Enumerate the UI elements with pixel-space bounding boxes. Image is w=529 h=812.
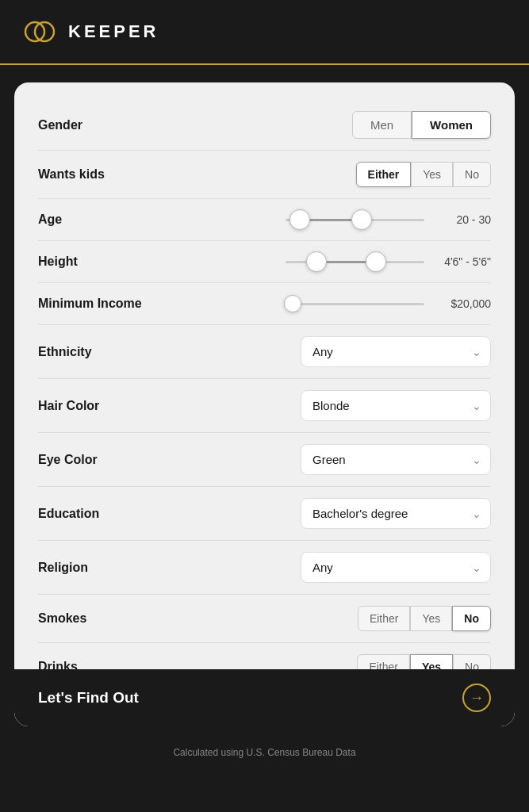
wants-kids-yes-button[interactable]: Yes <box>411 162 453 187</box>
hair-color-label: Hair Color <box>38 399 149 413</box>
bottom-bar: Let's Find Out → <box>14 669 515 726</box>
footnote-text: Calculated using U.S. Census Bureau Data <box>173 741 355 769</box>
drinks-row: Drinks Either Yes No <box>38 643 491 669</box>
income-slider-track[interactable] <box>286 294 424 313</box>
gold-divider <box>0 63 529 65</box>
education-select-wrapper: Any High school Some college Bachelor's … <box>301 498 491 529</box>
gender-row: Gender Men Women <box>38 100 491 151</box>
smokes-label: Smokes <box>38 611 149 626</box>
drinks-yes-button[interactable]: Yes <box>410 654 453 669</box>
age-slider-track[interactable] <box>286 210 424 229</box>
income-value: $20,000 <box>435 297 491 310</box>
eye-color-label: Eye Color <box>38 453 149 467</box>
smokes-toggle-group: Either Yes No <box>358 606 491 631</box>
cta-arrow-button[interactable]: → <box>462 684 491 712</box>
eye-color-select-wrapper: Any Green Blue Brown Hazel Gray ⌄ <box>301 444 491 475</box>
filter-scroll-area[interactable]: Gender Men Women Wants kids Either Yes N… <box>14 82 515 669</box>
religion-select[interactable]: Any Christian Catholic Jewish Muslim Bud… <box>301 552 491 583</box>
ethnicity-select[interactable]: Any Asian Black Hispanic White Other <box>301 336 491 367</box>
drinks-either-button[interactable]: Either <box>357 654 410 669</box>
religion-row: Religion Any Christian Catholic Jewish M… <box>38 541 491 595</box>
height-value: 4'6" - 5'6" <box>435 255 491 268</box>
income-label: Minimum Income <box>38 297 149 311</box>
eye-color-select[interactable]: Any Green Blue Brown Hazel Gray <box>301 444 491 475</box>
cta-label: Let's Find Out <box>38 689 139 707</box>
smokes-either-button[interactable]: Either <box>358 606 411 631</box>
arrow-right-icon: → <box>470 690 484 707</box>
ethnicity-label: Ethnicity <box>38 345 149 359</box>
app-header: KEEPER <box>0 0 529 63</box>
gender-label: Gender <box>38 118 149 132</box>
age-row: Age 20 - 30 <box>38 199 491 241</box>
hair-color-row: Hair Color Any Blonde Brown Black Red Gr… <box>38 379 491 433</box>
income-slider-area: $20,000 <box>149 294 491 313</box>
filter-card: Gender Men Women Wants kids Either Yes N… <box>14 82 515 726</box>
wants-kids-no-button[interactable]: No <box>453 162 491 187</box>
height-label: Height <box>38 255 149 269</box>
wants-kids-label: Wants kids <box>38 167 149 182</box>
education-select[interactable]: Any High school Some college Bachelor's … <box>301 498 491 529</box>
wants-kids-row: Wants kids Either Yes No <box>38 151 491 199</box>
eye-color-row: Eye Color Any Green Blue Brown Hazel Gra… <box>38 433 491 487</box>
age-slider-area: 20 - 30 <box>149 210 491 229</box>
height-slider-track[interactable] <box>286 252 424 271</box>
gender-men-button[interactable]: Men <box>352 111 412 139</box>
religion-select-wrapper: Any Christian Catholic Jewish Muslim Bud… <box>301 552 491 583</box>
drinks-toggle-group: Either Yes No <box>357 654 491 669</box>
logo-text: KEEPER <box>68 21 159 42</box>
education-row: Education Any High school Some college B… <box>38 487 491 541</box>
ethnicity-row: Ethnicity Any Asian Black Hispanic White… <box>38 325 491 379</box>
gender-women-button[interactable]: Women <box>412 111 491 139</box>
gender-toggle-group: Men Women <box>352 111 491 139</box>
income-row: Minimum Income $20,000 <box>38 283 491 325</box>
wants-kids-toggle-group: Either Yes No <box>356 162 491 187</box>
height-slider-area: 4'6" - 5'6" <box>149 252 491 271</box>
wants-kids-either-button[interactable]: Either <box>356 162 412 187</box>
religion-label: Religion <box>38 561 149 575</box>
drinks-label: Drinks <box>38 660 149 669</box>
age-label: Age <box>38 213 149 227</box>
age-value: 20 - 30 <box>435 213 491 226</box>
education-label: Education <box>38 507 149 521</box>
height-row: Height 4'6" - 5'6" <box>38 241 491 283</box>
hair-color-select[interactable]: Any Blonde Brown Black Red Gray <box>301 390 491 421</box>
smokes-yes-button[interactable]: Yes <box>410 606 452 631</box>
smokes-no-button[interactable]: No <box>452 606 491 631</box>
logo-icon <box>22 14 57 49</box>
hair-color-select-wrapper: Any Blonde Brown Black Red Gray ⌄ <box>301 390 491 421</box>
ethnicity-select-wrapper: Any Asian Black Hispanic White Other ⌄ <box>301 336 491 367</box>
drinks-no-button[interactable]: No <box>453 654 491 669</box>
smokes-row: Smokes Either Yes No <box>38 595 491 643</box>
